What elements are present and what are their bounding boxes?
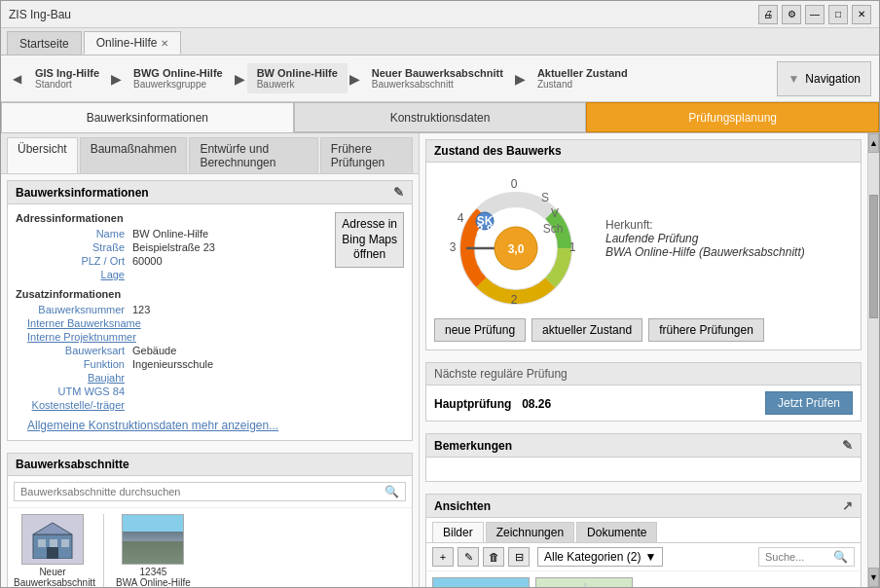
- inner-tab-uebersicht-label: Übersicht: [18, 142, 67, 156]
- tab-close-icon[interactable]: ✕: [161, 38, 168, 49]
- svg-text:4: 4: [458, 211, 464, 225]
- tab-online-hilfe[interactable]: Online-Hilfe ✕: [84, 31, 182, 55]
- bauwerksinformationen-header: Bauwerksinformationen ✎: [8, 181, 412, 204]
- ansichten-title: Ansichten: [434, 499, 491, 513]
- thumb-uebersichtsbild[interactable]: Übersichtsbild: [432, 577, 530, 587]
- breadcrumb-bauwerk-sub: Bauwerk: [257, 79, 338, 90]
- inner-tab-fruehere-label: Frühere Prüfungen: [331, 142, 385, 169]
- section-tab-konstruktionsdaten[interactable]: Konstruktionsdaten: [294, 102, 587, 132]
- general-konstruktionsdaten-label: Allgemeine Konstruktionsdaten: [27, 419, 192, 432]
- section-tab-bauwerksinformationen[interactable]: Bauwerksinformationen: [1, 102, 294, 132]
- scroll-up-button[interactable]: ▲: [868, 133, 879, 153]
- info-label-kostenstelle[interactable]: Kostenstelle/-träger: [27, 399, 125, 411]
- breadcrumb-bauwerksgruppe-title: BWG Online-Hilfe: [133, 67, 223, 79]
- bauwerksabschnitte-search-input[interactable]: [20, 486, 385, 497]
- general-konstruktionsdaten-link[interactable]: Allgemeine Konstruktionsdaten mehr anzei…: [16, 419, 404, 432]
- info-label-bauwerksart: Bauwerksart: [27, 345, 125, 356]
- gauge-svg: 3,0 SK 2,8 0 1 2 3 4: [438, 170, 594, 307]
- settings-button[interactable]: ⚙: [782, 5, 801, 24]
- minimize-button[interactable]: —: [805, 5, 825, 24]
- ansichten-tab-bilder[interactable]: Bilder: [432, 522, 484, 542]
- bauwerksinformationen-edit-icon[interactable]: ✎: [393, 185, 404, 200]
- zusatz-group: Zusatzinformationen Bauwerksnummer 123 I…: [16, 288, 404, 411]
- titlebar-controls: 🖨 ⚙ — □ ✕: [758, 5, 871, 24]
- info-row-interner-bauwerksname: Interner Bauwerksname: [16, 317, 404, 329]
- main-window: ZIS Ing-Bau 🖨 ⚙ — □ ✕ Startseite Online-…: [0, 0, 880, 588]
- ansichten-tab-dokumente[interactable]: Dokumente: [576, 522, 657, 542]
- scroll-thumb[interactable]: [869, 195, 878, 319]
- svg-text:3: 3: [450, 240, 457, 254]
- herkunft-area: Herkunft: Laufende Prüfung BWA Online-Hi…: [605, 218, 805, 259]
- kategorie-dropdown[interactable]: Alle Kategorien (2) ▼: [537, 547, 663, 567]
- breadcrumb-standort[interactable]: GIS Ing-Hilfe Standort: [25, 63, 109, 93]
- svg-text:1: 1: [569, 240, 576, 254]
- bauwerksabschnitte-search-box: 🔍: [14, 482, 406, 501]
- fruehere-pruefungen-button[interactable]: frühere Prüfungen: [648, 318, 764, 342]
- info-row-strasse: Straße Beispielstraße 23: [16, 241, 327, 253]
- scroll-down-button[interactable]: ▼: [868, 568, 879, 587]
- herkunft-label: Herkunft:: [605, 218, 805, 232]
- inner-tab-fruehere[interactable]: Frühere Prüfungen: [320, 137, 413, 173]
- naechste-pruefung-section: Nächste reguläre Prüfung Hauptprüfung 08…: [425, 362, 862, 422]
- svg-marker-1: [33, 523, 72, 534]
- svg-text:0: 0: [511, 177, 518, 191]
- thumb-lageplan[interactable]: Lageplan: [535, 577, 633, 587]
- info-row-utm: UTM WGS 84: [16, 386, 404, 397]
- aktueller-zustand-button[interactable]: aktueller Zustand: [532, 318, 642, 342]
- navigation-button[interactable]: ▼ Navigation: [777, 61, 871, 96]
- close-button[interactable]: ✕: [852, 5, 871, 24]
- breadcrumb-bauwerk[interactable]: BW Online-Hilfe Bauwerk: [247, 63, 348, 93]
- ansichten-tab-bar: Bilder Zeichnungen Dokumente: [426, 518, 861, 543]
- section-tab-pruefungsplanung[interactable]: Prüfungsplanung: [586, 102, 879, 132]
- scrollbar[interactable]: ▲ ▼: [867, 133, 879, 587]
- svg-rect-5: [47, 547, 58, 559]
- inner-tab-baumassnahmen[interactable]: Baumaßnahmen: [80, 137, 188, 173]
- breadcrumb-bauwerksabschnitt[interactable]: Neuer Bauwerksabschnitt Bauwerksabschnit…: [362, 63, 513, 93]
- hauptpruefung-label: Hauptprüfung 08.26: [434, 396, 551, 411]
- ansichten-search-input[interactable]: [765, 551, 833, 563]
- nav-label: Navigation: [805, 72, 861, 86]
- building-icon: [28, 520, 77, 559]
- tab-startseite[interactable]: Startseite: [7, 31, 82, 55]
- info-label-interner-bauwerksname[interactable]: Interner Bauwerksname: [27, 317, 141, 329]
- inner-tab-uebersicht[interactable]: Übersicht: [7, 137, 78, 173]
- ansichten-collapse-button[interactable]: ⊟: [508, 547, 530, 567]
- bing-maps-button[interactable]: Adresse in Bing Maps öffnen: [335, 212, 404, 268]
- svg-text:2,8: 2,8: [477, 223, 494, 237]
- breadcrumb-back-icon[interactable]: ◀: [9, 72, 25, 86]
- thumb-item-bwa[interactable]: 12345BWA Online-Hilfe: [116, 514, 191, 587]
- breadcrumb-zustand[interactable]: Aktueller Zustand Zustand: [528, 63, 638, 93]
- zustand-title: Zustand des Bauwerks: [434, 144, 562, 158]
- info-label-baujahr[interactable]: Baujahr: [27, 372, 125, 384]
- ansichten-tab-zeichnungen[interactable]: Zeichnungen: [486, 522, 574, 542]
- maximize-button[interactable]: □: [828, 5, 848, 24]
- info-label-plz: PLZ / Ort: [27, 255, 125, 267]
- neue-pruefung-button[interactable]: neue Prüfung: [434, 318, 526, 342]
- thumb-divider: [103, 514, 104, 587]
- ansichten-add-button[interactable]: +: [432, 547, 454, 567]
- inner-tab-entwuerfe[interactable]: Entwürfe und Berechnungen: [189, 137, 317, 173]
- section-tab-bauwerksinformationen-label: Bauwerksinformationen: [87, 111, 208, 125]
- general-konstruktionsdaten-more[interactable]: mehr anzeigen...: [192, 419, 278, 432]
- info-row-lage: Lage: [16, 269, 404, 280]
- info-label-interne-projektnummer[interactable]: Interne Projektnummer: [27, 331, 136, 343]
- info-label-lage[interactable]: Lage: [27, 269, 125, 280]
- svg-text:S: S: [541, 191, 549, 204]
- herkunft-detail: BWA Online-Hilfe (Bauwerksabschnitt): [605, 245, 805, 259]
- ansichten-external-icon[interactable]: ↗: [842, 498, 853, 513]
- breadcrumb-bauwerksgruppe[interactable]: BWG Online-Hilfe Bauwerksgruppe: [124, 63, 233, 93]
- ansichten-delete-button[interactable]: 🗑: [483, 547, 504, 567]
- bauwerksabschnitte-content: 🔍: [8, 482, 412, 587]
- naechste-pruefung-header: Nächste reguläre Prüfung: [426, 363, 861, 386]
- print-button[interactable]: 🖨: [758, 5, 778, 24]
- ansichten-edit-button[interactable]: ✎: [458, 547, 479, 567]
- bemerkungen-edit-icon[interactable]: ✎: [842, 438, 853, 453]
- bauwerksinformationen-box: Bauwerksinformationen ✎ Adresse in Bing …: [7, 180, 413, 441]
- thumb-item-neuer[interactable]: Neuer Bauwerksabschnitt: [14, 514, 92, 587]
- svg-text:V: V: [551, 206, 559, 220]
- info-row-funktion: Funktion Ingenieursschule: [16, 358, 404, 370]
- info-row-name: Name BW Online-Hilfe: [16, 228, 327, 239]
- jetzt-pruefen-button[interactable]: Jetzt Prüfen: [765, 391, 853, 415]
- info-row-interne-projektnummer: Interne Projektnummer: [16, 331, 404, 343]
- breadcrumb-arrow-2: ▶: [233, 71, 247, 87]
